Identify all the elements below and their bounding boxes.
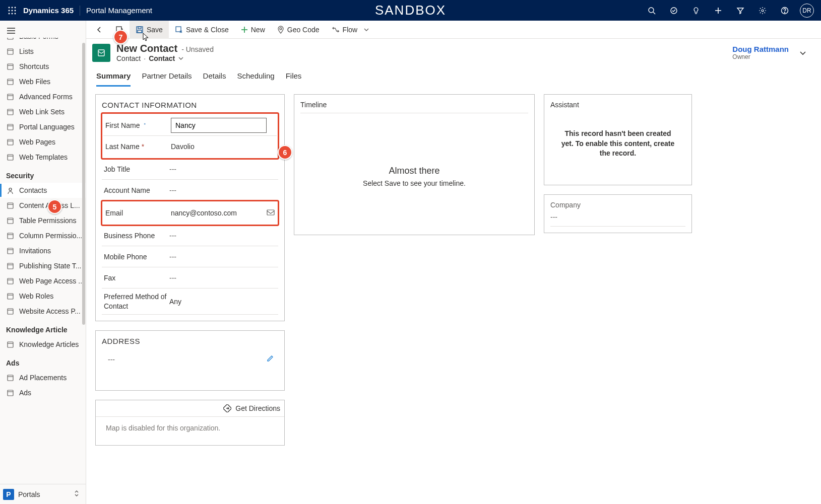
nav-icon [6,247,14,255]
field-email[interactable]: Email nancy@contoso.com [103,202,277,224]
nav-icon [6,293,14,300]
sidebar-item[interactable]: Web Pages [0,134,86,150]
field-business-phone[interactable]: Business Phone --- [102,225,278,246]
nav-label: Publishing State T... [19,262,81,270]
sidebar-item[interactable]: Basic Forms [0,38,86,44]
svg-point-5 [15,10,16,11]
sidebar-item[interactable]: Contacts [0,183,86,198]
nav-label: Ads [19,389,31,397]
sidebar-scrollbar[interactable] [81,38,85,484]
save-button[interactable]: Save [130,21,169,39]
pmoc-value: Any [169,298,276,306]
sidebar-item[interactable]: Column Permissio... [0,228,86,243]
sidebar-item[interactable]: Table Permissions [0,213,86,228]
geocode-button[interactable]: Geo Code [271,21,326,39]
callout-5: 5 [47,199,62,214]
tab-partner-details[interactable]: Partner Details [142,68,192,87]
crumb-entity[interactable]: Contact [116,54,141,62]
sidebar-item[interactable]: Ad Placements [0,370,86,385]
crumb-form[interactable]: Contact [149,54,175,62]
get-directions-button[interactable]: Get Directions [96,400,284,417]
sidebar-item[interactable]: Knowledge Articles [0,337,86,352]
save-close-button[interactable]: Save & Close [169,21,235,39]
add-icon[interactable] [708,1,728,21]
nav-label: Web Pages [19,138,55,146]
job-title-label: Job Title [104,165,169,173]
save-close-label: Save & Close [186,26,229,34]
address-value-row[interactable]: --- [102,349,278,384]
main: Save Save & Close New Geo Code Flow 7 [86,21,821,504]
account-value: --- [169,186,276,194]
field-first-name[interactable]: First Nameᐩ [103,115,277,136]
nav-icon [6,232,14,240]
sidebar-item[interactable]: Content Access L... [0,198,86,213]
field-pmoc[interactable]: Preferred Method of Contact Any [102,289,278,315]
app-launcher-icon[interactable] [4,3,20,19]
task-icon[interactable] [664,1,684,21]
user-avatar[interactable]: DR [797,1,817,21]
nav-label: Portal Languages [19,123,75,131]
svg-point-2 [15,7,16,8]
callout-7: 7 [113,30,128,44]
help-icon[interactable] [775,1,795,21]
sidebar-item[interactable]: Lists [0,44,86,59]
tab-files[interactable]: Files [286,68,302,87]
first-name-input[interactable] [171,118,267,133]
lightbulb-icon[interactable] [686,1,706,21]
svg-point-6 [9,13,10,14]
sidebar-item[interactable]: Web Files [0,74,86,89]
chevron-down-icon [363,27,369,33]
sidebar-item[interactable]: Website Access P... [0,304,86,319]
svg-rect-56 [8,342,13,347]
tab-scheduling[interactable]: Scheduling [237,68,274,87]
new-button[interactable]: New [235,21,271,39]
back-button[interactable] [89,21,109,39]
contact-info-card: CONTACT INFORMATION First Nameᐩ Last Nam… [95,94,285,321]
field-job-title[interactable]: Job Title --- [102,159,278,180]
field-mobile-phone[interactable]: Mobile Phone --- [102,246,278,267]
timeline-card: Timeline Almost there Select Save to see… [294,94,535,235]
sidebar-footer[interactable]: P Portals [0,484,86,504]
assistant-title: Assistant [550,101,685,109]
nav-label: Contacts [19,186,47,194]
product-name[interactable]: Dynamics 365 [23,6,74,15]
updown-icon[interactable] [74,490,80,498]
sidebar-item[interactable]: Web Templates [0,150,86,165]
nav-icon [6,262,14,270]
field-fax[interactable]: Fax --- [102,267,278,289]
owner-block[interactable]: Doug Rattmann Owner [732,45,789,60]
nav-icon [6,123,14,131]
svg-rect-40 [8,203,13,208]
header-chevron-icon[interactable] [795,49,811,57]
field-account-name[interactable]: Account Name --- [102,180,278,201]
svg-rect-37 [8,155,13,160]
filter-icon[interactable] [730,1,750,21]
callout-6: 6 [278,145,292,160]
sidebar-item[interactable]: Advanced Forms [0,89,86,104]
svg-line-10 [653,12,655,14]
required-mark: * [142,142,144,151]
app-area[interactable]: Portal Management [86,6,152,15]
sidebar-item[interactable]: Publishing State T... [0,258,86,273]
tab-summary[interactable]: Summary [96,68,131,87]
sidebar-item[interactable]: Web Link Sets [0,104,86,119]
sidebar-item[interactable]: Ads [0,385,86,400]
svg-point-39 [9,188,12,190]
highlight-email: Email nancy@contoso.com [101,200,279,226]
edit-icon[interactable] [266,354,274,364]
flow-button[interactable]: Flow [326,21,376,39]
sidebar-item[interactable]: Portal Languages [0,119,86,134]
sidebar-item[interactable]: Shortcuts [0,59,86,74]
nav-icon [6,78,14,86]
tab-details[interactable]: Details [203,68,226,87]
sidebar-scroll[interactable]: Basic FormsListsShortcutsWeb FilesAdvanc… [0,38,86,484]
search-icon[interactable] [642,1,662,21]
fax-value: --- [169,274,276,282]
mail-icon[interactable] [267,209,275,218]
sidebar-item[interactable]: Invitations [0,243,86,258]
gear-icon[interactable] [752,1,773,21]
field-last-name[interactable]: Last Name* Davolio [103,136,277,157]
sidebar-item[interactable]: Web Roles [0,289,86,304]
nav-label: Basic Forms [19,38,58,40]
sidebar-item[interactable]: Web Page Access ... [0,273,86,289]
